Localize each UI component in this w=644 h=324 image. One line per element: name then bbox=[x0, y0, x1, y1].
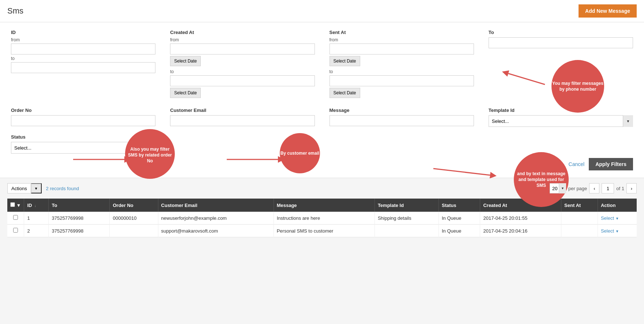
pagination: 20 ▼ per page ‹ of 1 › bbox=[550, 183, 637, 193]
id-to-label: to bbox=[11, 56, 155, 61]
actions-button[interactable]: Actions bbox=[7, 183, 31, 193]
per-page-wrapper: 20 ▼ bbox=[550, 183, 566, 193]
th-id: ID ↓ bbox=[24, 199, 49, 212]
add-new-message-button[interactable]: Add New Message bbox=[579, 4, 637, 18]
template-id-select-wrapper: Select... ▼ bbox=[489, 115, 633, 127]
th-order-no: Order No bbox=[110, 199, 158, 212]
id-from-input[interactable] bbox=[11, 44, 155, 54]
filter-to-col: To bbox=[485, 30, 637, 101]
next-page-button[interactable]: › bbox=[626, 183, 637, 193]
customer-email-label: Customer Email bbox=[170, 108, 315, 113]
row-template-id bbox=[374, 225, 438, 237]
filter-message-col: Message bbox=[326, 108, 478, 128]
filter-template-id-col: Template Id Select... ▼ bbox=[485, 108, 637, 128]
status-select[interactable]: Select... bbox=[11, 142, 155, 154]
filter-actions: Cancel Apply Filters bbox=[7, 154, 637, 172]
row-checkbox-cell bbox=[7, 225, 24, 237]
created-at-label: Created At bbox=[170, 30, 315, 35]
row-message: Personal SMS to customer bbox=[274, 225, 374, 237]
prev-page-button[interactable]: ‹ bbox=[589, 183, 599, 193]
th-status: Status bbox=[438, 199, 480, 212]
row-select-link[interactable]: Select bbox=[601, 215, 614, 221]
th-action: Action bbox=[598, 199, 637, 212]
created-at-to-input[interactable] bbox=[170, 75, 315, 86]
per-page-label: per page bbox=[568, 186, 587, 191]
row-template-id: Shipping details bbox=[374, 212, 438, 225]
created-at-to-label: to bbox=[170, 69, 315, 74]
page-title: Sms bbox=[7, 6, 23, 16]
row-created-at: 2017-04-25 20:01:55 bbox=[480, 212, 561, 225]
sent-at-from-date-btn[interactable]: Select Date bbox=[329, 56, 360, 66]
th-sent-at: Sent At bbox=[561, 199, 598, 212]
th-checkbox: ▼ bbox=[7, 199, 24, 212]
row-action-caret-icon[interactable]: ▼ bbox=[615, 216, 619, 221]
filter-status-col: Status Select... ▼ bbox=[7, 134, 159, 154]
sent-at-from-label: from bbox=[329, 37, 474, 42]
apply-filters-button[interactable]: Apply Filters bbox=[589, 158, 633, 170]
status-label: Status bbox=[11, 134, 155, 140]
order-no-input[interactable] bbox=[11, 115, 155, 126]
id-sort-icon: ↓ bbox=[34, 204, 36, 208]
customer-email-input[interactable] bbox=[170, 115, 315, 126]
row-created-at: 2017-04-25 20:04:16 bbox=[480, 225, 561, 237]
row-id: 1 bbox=[24, 212, 49, 225]
row-select-link[interactable]: Select bbox=[601, 228, 614, 234]
row-action-caret-icon[interactable]: ▼ bbox=[615, 229, 619, 233]
table-row: 2 375257769998 support@makarovsoft.com P… bbox=[7, 225, 637, 237]
current-page-input[interactable] bbox=[602, 183, 614, 193]
status-select-wrapper: Select... ▼ bbox=[11, 142, 155, 154]
row-order-no: 000000010 bbox=[110, 212, 158, 225]
created-at-to-date-btn[interactable]: Select Date bbox=[170, 88, 201, 98]
row-to: 375257769998 bbox=[49, 225, 110, 237]
sent-at-from-input[interactable] bbox=[329, 44, 474, 54]
filter-customer-email-col: Customer Email bbox=[166, 108, 318, 128]
template-id-label: Template Id bbox=[489, 108, 633, 113]
cancel-button[interactable]: Cancel bbox=[569, 161, 585, 167]
to-label: To bbox=[489, 30, 633, 35]
to-input[interactable] bbox=[489, 37, 633, 48]
th-customer-email: Customer Email bbox=[158, 199, 274, 212]
table-body: 1 375257769998 000000010 newuserforjohn@… bbox=[7, 212, 637, 237]
th-to: To bbox=[49, 199, 110, 212]
filter-id-col: ID from to bbox=[7, 30, 159, 101]
id-from-label: from bbox=[11, 37, 155, 42]
created-at-from-input[interactable] bbox=[170, 44, 315, 54]
th-template-id: Template Id bbox=[374, 199, 438, 212]
row-order-no bbox=[110, 225, 158, 237]
filter-row-1: ID from to Created At from Select Date t… bbox=[7, 30, 637, 101]
template-id-select[interactable]: Select... bbox=[489, 115, 633, 127]
id-label: ID bbox=[11, 30, 155, 35]
th-created-at: Created At bbox=[480, 199, 561, 212]
message-input[interactable] bbox=[329, 115, 474, 126]
table-container: ▼ ID ↓ To Order No Customer Email Messag… bbox=[0, 199, 644, 245]
order-no-label: Order No bbox=[11, 108, 155, 113]
row-checkbox-0[interactable] bbox=[13, 215, 18, 220]
select-all-checkbox[interactable] bbox=[10, 202, 15, 207]
row-sent-at bbox=[561, 225, 598, 237]
filter-created-at-col: Created At from Select Date to Select Da… bbox=[166, 30, 318, 101]
row-to: 375257769998 bbox=[49, 212, 110, 225]
row-customer-email: newuserforjohn@example.com bbox=[158, 212, 274, 225]
row-id: 2 bbox=[24, 225, 49, 237]
row-status: In Queue bbox=[438, 212, 480, 225]
total-pages-label: of 1 bbox=[616, 186, 624, 191]
actions-dropdown-arrow[interactable]: ▼ bbox=[31, 183, 42, 193]
row-checkbox-1[interactable] bbox=[13, 228, 18, 233]
filter-sent-at-col: Sent At from Select Date to Select Date bbox=[326, 30, 478, 101]
row-checkbox-cell bbox=[7, 212, 24, 225]
page-header: Sms Add New Message bbox=[0, 0, 644, 22]
row-status: In Queue bbox=[438, 225, 480, 237]
filter-section: ID from to Created At from Select Date t… bbox=[0, 22, 644, 178]
sent-at-to-label: to bbox=[329, 69, 474, 74]
sent-at-to-input[interactable] bbox=[329, 75, 474, 86]
table-row: 1 375257769998 000000010 newuserforjohn@… bbox=[7, 212, 637, 225]
filter-row-2: Order No Customer Email Message Template… bbox=[7, 108, 637, 128]
row-message: Instructions are here bbox=[274, 212, 374, 225]
per-page-select[interactable]: 20 bbox=[550, 183, 566, 193]
created-at-from-label: from bbox=[170, 37, 315, 42]
sent-at-to-date-btn[interactable]: Select Date bbox=[329, 88, 360, 98]
row-action: Select ▼ bbox=[598, 225, 637, 237]
id-to-input[interactable] bbox=[11, 62, 155, 73]
created-at-from-date-btn[interactable]: Select Date bbox=[170, 56, 201, 66]
table-header: ▼ ID ↓ To Order No Customer Email Messag… bbox=[7, 199, 637, 212]
